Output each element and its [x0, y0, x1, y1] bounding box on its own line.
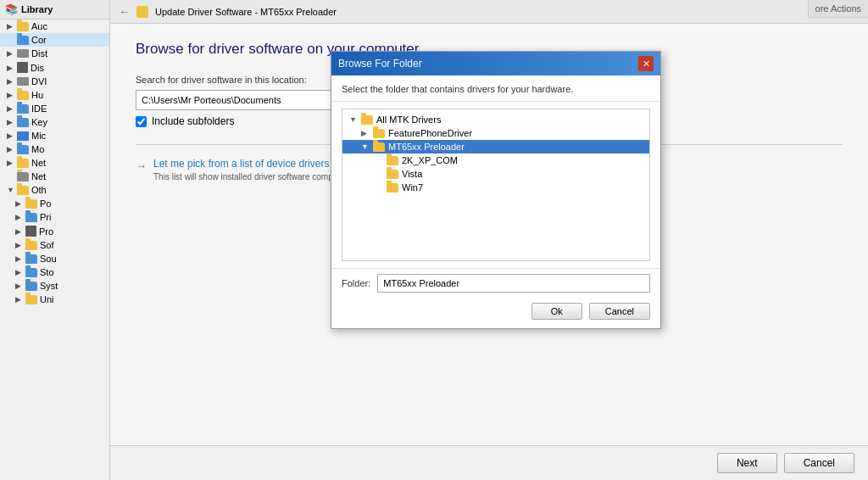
- sidebar-item-dis[interactable]: ▶ Dis: [0, 60, 109, 75]
- sidebar-item-label: Mic: [31, 131, 46, 141]
- sidebar-item-syst[interactable]: ▶ Syst: [0, 279, 109, 293]
- folder-icon: [17, 159, 29, 168]
- sidebar-item-oth[interactable]: ▼ Oth: [0, 183, 109, 197]
- sidebar-item-auc[interactable]: ▶ Auc: [0, 20, 109, 33]
- sidebar-item-ide[interactable]: ▶ IDE: [0, 102, 109, 115]
- expand-arrow-icon: ▶: [361, 129, 373, 137]
- sidebar-item-uni[interactable]: ▶ Uni: [0, 293, 109, 306]
- bottom-bar: Next Cancel: [110, 445, 868, 480]
- sidebar-item-label: Dist: [31, 48, 47, 59]
- sidebar-item-sou[interactable]: ▶ Sou: [0, 252, 109, 265]
- browse-folder-dialog: Browse For Folder ✕ Select the folder th…: [331, 51, 661, 329]
- arrow-icon: ▶: [7, 77, 15, 86]
- folder-icon: [25, 268, 37, 277]
- sidebar-item-sto[interactable]: ▶ Sto: [0, 265, 109, 279]
- tree-item-win7[interactable]: Win7: [342, 181, 649, 194]
- library-icon: 📚: [5, 3, 18, 15]
- sidebar-item-label: Dis: [31, 63, 44, 73]
- sidebar-title: Library: [21, 4, 53, 14]
- bff-buttons: Ok Cancel: [331, 298, 660, 328]
- arrow-icon: ▶: [7, 49, 15, 58]
- arrow-icon: ▶: [7, 118, 15, 126]
- folder-icon: [373, 142, 385, 152]
- sidebar-item-dist[interactable]: ▶ Dist: [0, 47, 109, 60]
- bff-title: Browse For Folder: [338, 58, 422, 70]
- back-button[interactable]: ←: [119, 5, 130, 18]
- arrow-icon: ▶: [15, 295, 24, 304]
- sidebar-item-label: Pri: [40, 212, 51, 222]
- tree-item-label: 2K_XP_COM: [402, 155, 458, 165]
- sidebar-item-mic[interactable]: ▶ Mic: [0, 129, 109, 142]
- titlebar-title: Update Driver Software - MT65xx Preloade…: [155, 7, 337, 17]
- tree-item-all-mtk[interactable]: ▼ All MTK Drivers: [342, 113, 649, 126]
- sidebar-item-net1[interactable]: ▶ Net: [0, 156, 109, 170]
- square-icon: [17, 62, 28, 73]
- include-subfolders-label[interactable]: Include subfolders: [152, 115, 234, 127]
- folder-icon: [25, 199, 37, 209]
- arrow-icon: ▶: [7, 64, 15, 72]
- sidebar-item-key[interactable]: ▶ Key: [0, 115, 109, 129]
- arrow-blue-icon: →: [136, 159, 147, 172]
- folder-icon: [17, 172, 29, 181]
- update-driver-titlebar: ← Update Driver Software - MT65xx Preloa…: [110, 0, 868, 24]
- driver-icon: [136, 6, 148, 18]
- tree-item-label: MT65xx Preloader: [388, 142, 465, 152]
- arrow-icon: ▶: [7, 159, 15, 167]
- tree-item-mt65xx[interactable]: ▼ MT65xx Preloader: [342, 140, 649, 153]
- folder-icon: [373, 129, 385, 138]
- expand-arrow-icon: ▼: [349, 115, 361, 124]
- expand-arrow-icon: ▼: [361, 142, 373, 151]
- bff-description: Select the folder that contains drivers …: [331, 75, 660, 102]
- arrow-icon: ▶: [15, 282, 24, 290]
- sidebar-item-label: Syst: [40, 281, 58, 291]
- folder-icon: [25, 254, 37, 264]
- folder-icon: [17, 118, 29, 127]
- square-icon: [25, 226, 36, 237]
- cancel-button[interactable]: Cancel: [784, 453, 854, 473]
- top-actions: ore Actions: [808, 0, 868, 18]
- arrow-icon: ▶: [7, 145, 15, 153]
- next-button[interactable]: Next: [717, 453, 777, 473]
- sidebar-item-dvi[interactable]: ▶ DVI: [0, 75, 109, 88]
- arrow-icon: ▶: [15, 213, 24, 221]
- sidebar-item-sof[interactable]: ▶ Sof: [0, 238, 109, 252]
- sidebar-item-hu[interactable]: ▶ Hu: [0, 88, 109, 102]
- drive-icon: [17, 77, 29, 86]
- arrow-icon: ▶: [15, 254, 24, 263]
- sidebar: 📚 Library ▶ Auc Cor ▶ Dist ▶ Dis ▶ DVI ▶…: [0, 0, 110, 480]
- sidebar-item-cor[interactable]: Cor: [0, 33, 109, 47]
- folder-icon: [25, 241, 37, 250]
- sidebar-item-label: Sou: [40, 254, 57, 264]
- folder-icon: [387, 156, 398, 165]
- arrow-icon: ▶: [15, 227, 24, 236]
- monitor-icon: [17, 131, 29, 141]
- bff-folder-input[interactable]: [377, 274, 650, 293]
- bff-ok-button[interactable]: Ok: [531, 303, 582, 320]
- sidebar-item-label: Uni: [40, 294, 54, 304]
- pick-list-link[interactable]: Let me pick from a list of device driver…: [153, 158, 343, 170]
- arrow-icon: ▶: [7, 22, 15, 31]
- sidebar-item-label: Cor: [31, 35, 47, 45]
- bff-close-button[interactable]: ✕: [638, 56, 654, 71]
- sidebar-item-label: Oth: [31, 185, 47, 195]
- tree-item-featurephone[interactable]: ▶ FeaturePhoneDriver: [342, 126, 649, 140]
- tree-item-2k-xp[interactable]: 2K_XP_COM: [342, 153, 649, 167]
- sidebar-item-label: Key: [31, 117, 47, 127]
- sidebar-item-mo[interactable]: ▶ Mo: [0, 142, 109, 156]
- tree-item-vista[interactable]: Vista: [342, 167, 649, 181]
- sidebar-item-label: Net: [31, 158, 46, 168]
- sidebar-item-pri[interactable]: ▶ Pri: [0, 210, 109, 224]
- sidebar-item-label: Hu: [31, 90, 43, 100]
- main-area: ore Actions ← Update Driver Software - M…: [110, 0, 868, 480]
- bff-folder-label: Folder:: [342, 278, 370, 288]
- sidebar-item-po[interactable]: ▶ Po: [0, 197, 109, 210]
- bff-titlebar: Browse For Folder ✕: [331, 52, 660, 75]
- tree-item-label: Vista: [402, 169, 422, 179]
- tree-item-label: All MTK Drivers: [376, 114, 441, 125]
- bff-cancel-button[interactable]: Cancel: [589, 303, 650, 320]
- sidebar-item-pro[interactable]: ▶ Pro: [0, 224, 109, 238]
- folder-icon: [387, 183, 398, 193]
- folder-icon: [17, 36, 29, 45]
- sidebar-item-net2[interactable]: Net: [0, 170, 109, 183]
- include-subfolders-checkbox[interactable]: [136, 116, 147, 127]
